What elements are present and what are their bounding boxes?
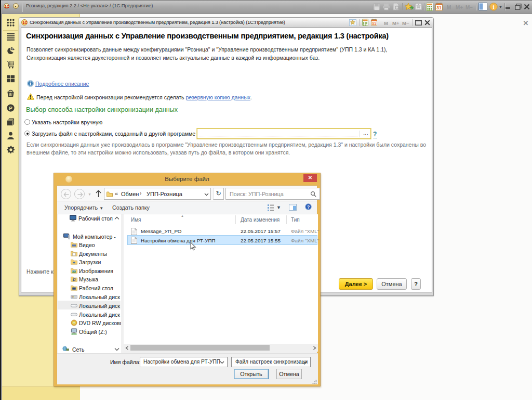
svg-text:31: 31: [372, 21, 376, 26]
svg-text:?: ?: [307, 204, 310, 210]
svg-text:31: 31: [436, 5, 442, 10]
svg-text:Р: Р: [9, 105, 12, 111]
svg-text:i: i: [493, 4, 494, 10]
